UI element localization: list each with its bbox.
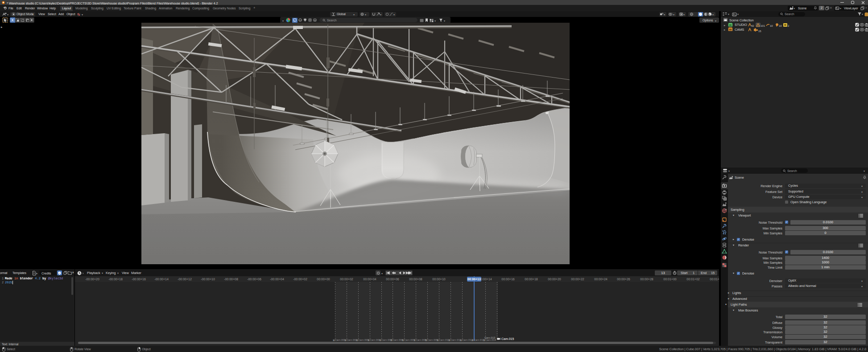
svg-text:10: 10: [770, 25, 773, 27]
svg-text:42: 42: [751, 25, 754, 27]
svg-text:101: 101: [761, 25, 765, 27]
svg-text:15: 15: [758, 29, 761, 32]
svg-text:2: 2: [788, 25, 789, 27]
svg-text:10: 10: [779, 25, 782, 27]
